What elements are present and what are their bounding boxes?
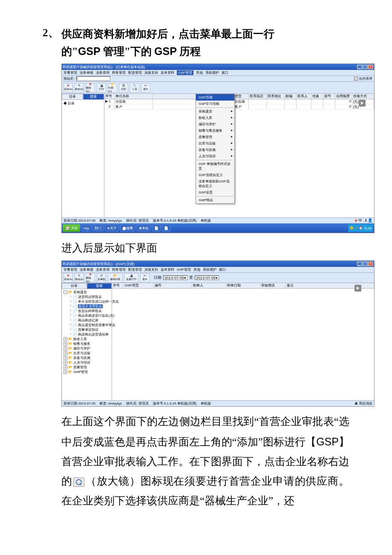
tree-node[interactable]: └ 📄 购进商品进货通知单	[69, 332, 111, 337]
tree-node[interactable]: +📂 质量管理	[63, 365, 111, 370]
start-button[interactable]: 🪟 开始	[63, 224, 80, 232]
tree-node[interactable]: └ 📄 本企业经营进口品种一览表	[69, 299, 111, 304]
menu-item[interactable]: 基本资料	[161, 267, 174, 272]
tree-node[interactable]: └ 📄 首营品种审批表	[69, 309, 111, 313]
edit-button[interactable]: ✎修改(E)	[75, 83, 84, 92]
exit-button[interactable]: ↩退出	[141, 83, 150, 92]
max-button[interactable]: □	[363, 65, 368, 69]
task-item[interactable]: 🖥 本机	[136, 225, 151, 231]
menu-item[interactable]: 零售管理	[63, 267, 77, 272]
menu-item[interactable]: 窗口	[219, 267, 226, 272]
min-button[interactable]: _	[357, 262, 362, 266]
date-to[interactable]: 2013-07-05 ▾	[195, 275, 219, 280]
classify-button[interactable]: 📁分类(C)	[108, 83, 117, 92]
exit-button[interactable]: ↩退出	[140, 273, 150, 283]
max-button[interactable]: □	[363, 262, 368, 266]
tree-node[interactable]: +📂 人员与培训	[63, 360, 111, 365]
delete-button[interactable]: ✖删除(D)	[86, 273, 95, 283]
task-item[interactable]: 部门	[92, 225, 104, 231]
menu-item[interactable]: 零售管理	[63, 70, 77, 75]
dropdown-item[interactable]: 人员与培训▸	[196, 153, 234, 159]
menu-item[interactable]: 决策支持	[144, 267, 158, 272]
tree-node[interactable]: └ 📄 质量保证协议	[69, 327, 111, 332]
edit-button[interactable]: ✎修改(E)	[75, 273, 84, 283]
tree-node[interactable]: +📂 储存与养护	[63, 346, 111, 351]
list-button[interactable]: ☰列表	[119, 83, 128, 92]
menu-item[interactable]: 其他	[193, 267, 200, 272]
menu-item[interactable]: 系统维护	[203, 267, 216, 272]
dropdown-item[interactable]: 采购退货▸	[196, 108, 234, 115]
addr-input[interactable]: \	[76, 76, 110, 81]
tree-node[interactable]: +📂 出库与运输	[63, 351, 111, 356]
sort-check[interactable]: ✓ 允许排序	[354, 76, 372, 81]
tree-node[interactable]: +📂 验收入库	[63, 337, 111, 341]
tree-node[interactable]: └ 📄 进货药品审批表	[69, 295, 111, 299]
tree-node[interactable]: └ 📄 商品购进记录	[69, 318, 111, 323]
dropdown-item[interactable]: 质量管理▸	[196, 134, 234, 140]
dropdown-item[interactable]: 设备与设施▸	[196, 147, 234, 153]
tree-node[interactable]: +📂 设备与设施	[63, 356, 111, 360]
table-row[interactable]: ▶ 1 供应商 供应商 0 [无]	[104, 99, 374, 104]
close-button[interactable]: ×	[368, 262, 373, 266]
task-item[interactable]: ★ 关于	[105, 225, 119, 231]
tab-dir[interactable]: 目录	[62, 94, 83, 100]
tree-node[interactable]: └ 📄 首营企业审批表	[69, 304, 111, 309]
cell: 0	[335, 99, 352, 104]
tab-dir[interactable]: 目录	[62, 283, 87, 289]
menu-item[interactable]: GSP管理	[177, 267, 191, 272]
dropdown-item[interactable]: 验收入库▸	[196, 115, 234, 121]
tree-node[interactable]: +📂 GMP管理	[63, 370, 111, 374]
tool-button[interactable]: 🔧工具	[130, 83, 139, 92]
menu-item[interactable]: 配送管理	[128, 70, 142, 75]
dropdown-item[interactable]: GSP学习导航	[196, 101, 234, 107]
tree-root[interactable]: ◆ 目录	[63, 101, 103, 106]
table-row[interactable]: 2 客户 客户 0 [无]	[104, 104, 374, 110]
date-from[interactable]: 2013-07-05 ▾	[163, 275, 187, 280]
task-item[interactable]: http	[81, 225, 91, 231]
col-no: 序号	[104, 94, 115, 99]
menu-item[interactable]: 系统维护	[205, 70, 219, 75]
menu-item[interactable]: 业务查询	[96, 70, 110, 75]
menu-item[interactable]: 窗口	[222, 70, 228, 75]
dropdown-item[interactable]: 业务单据刷新GSP流程自定义	[196, 178, 234, 189]
tree-node[interactable]: └ 📄 商品退货销货质量评审表	[69, 323, 111, 327]
sysmsg[interactable]: 🖶 系统消息	[355, 401, 372, 406]
tree-node[interactable]: +📂 销售与服务	[63, 341, 111, 346]
batchprint-button[interactable]: 🖶批量打印	[124, 273, 138, 283]
delete-button[interactable]: ✖删除(D)	[86, 83, 95, 92]
add-button[interactable]: ✚添加(A)	[63, 83, 73, 92]
tb-lbl: 工具	[132, 87, 137, 91]
menu-item[interactable]: 业务查询	[96, 267, 110, 272]
menu-item[interactable]: 财务管理	[112, 267, 126, 272]
menu-item[interactable]: 基本资料	[161, 70, 174, 75]
menu-item[interactable]: 配送管理	[128, 267, 142, 272]
tree-node[interactable]: −📂 采购退货	[63, 290, 111, 295]
tab-search[interactable]: 搜索	[87, 283, 112, 289]
menu-item[interactable]: 业务单据	[80, 70, 93, 75]
dropdown-item[interactable]: GSP历程	[196, 94, 234, 101]
add-button[interactable]: ✚添加(A)	[63, 273, 73, 283]
tab-search[interactable]: 搜索	[83, 94, 104, 100]
menu-item[interactable]: 业务单据	[80, 267, 93, 272]
menu-item[interactable]: 决策支持	[144, 70, 158, 75]
dropdown-item[interactable]: GSP设置	[196, 189, 234, 196]
dropdown-item[interactable]: GMP报表	[196, 197, 234, 203]
min-button[interactable]: _	[357, 65, 362, 69]
menu-item[interactable]: 其他	[196, 70, 203, 75]
task-item[interactable]: ⬤ 缴费	[120, 225, 135, 231]
task-item[interactable]: 📄	[162, 225, 170, 231]
dropdown-item[interactable]: GSP流程自定义	[196, 172, 234, 178]
tree-node[interactable]: └ 📄 商品采购进货计划表(月)	[69, 313, 111, 318]
task-item[interactable]: 📄	[152, 225, 161, 231]
unaudit-button[interactable]: ↺反审核	[97, 273, 106, 283]
dropdown-item[interactable]: GSP 单据编号样式设置	[196, 161, 234, 172]
close-button[interactable]: ×	[368, 65, 373, 69]
dropdown-item[interactable]: 销售与售后服务▸	[196, 127, 234, 134]
unclassify-button[interactable]: 📂撤销分类	[108, 273, 122, 283]
dropdown-item[interactable]: 储存与养护▸	[196, 121, 234, 127]
dropdown-item[interactable]: 出库与运输▸	[196, 140, 234, 147]
toolbar-2: ✚添加(A) ✎修改(E) ✖删除(D) ↺反审核 📂撤销分类 🖶批量打印 ↩退…	[62, 273, 374, 283]
menu-item-gsp[interactable]: GSP管理	[177, 70, 193, 75]
print-button[interactable]: 🖶打印	[97, 83, 106, 92]
menu-item[interactable]: 财务管理	[112, 70, 126, 75]
